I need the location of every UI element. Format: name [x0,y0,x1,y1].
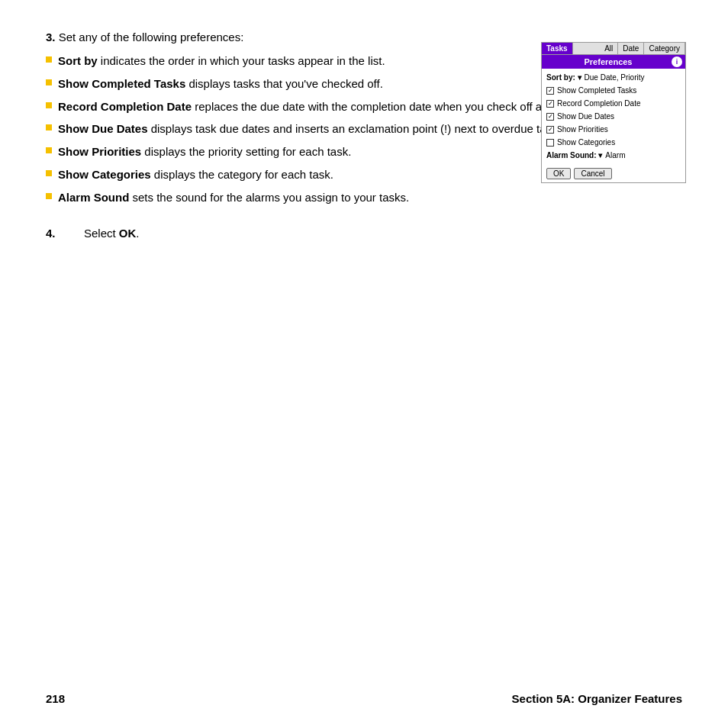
tab-spacer [573,43,601,54]
device-tab-category[interactable]: Category [644,43,685,54]
page-footer: 218 Section 5A: Organizer Features [46,692,682,705]
sort-by-label: Sort by: ▾ [546,72,581,84]
term-show-completed: Show Completed Tasks [58,77,185,90]
show-priorities-row[interactable]: Show Priorities [546,124,681,136]
device-tab-all[interactable]: All [600,43,618,54]
bullet-icon [46,124,52,130]
show-completed-label: Show Completed Tasks [557,85,636,97]
show-due-dates-checkbox[interactable] [546,113,554,121]
term-record-completion: Record Completion Date [58,100,192,113]
step-4-number: 4. [46,227,69,240]
device-buttons: OK Cancel [542,166,685,182]
sort-by-value: Due Date, Priority [585,72,645,84]
show-completed-checkbox[interactable] [546,87,554,95]
record-completion-label: Record Completion Date [557,98,641,110]
term-show-priorities: Show Priorities [58,145,141,158]
show-categories-checkbox[interactable] [546,139,554,147]
show-due-dates-label: Show Due Dates [557,111,614,123]
step-3-number: 3. [46,31,56,43]
bullet-icon [46,170,52,176]
list-item: Alarm Sound sets the sound for the alarm… [46,189,682,206]
sort-by-row: Sort by: ▾ Due Date, Priority [546,72,681,84]
show-categories-row[interactable]: Show Categories [546,137,681,149]
device-tab-tasks[interactable]: Tasks [542,43,573,54]
step-4-ok: OK [119,227,137,240]
list-item-text: Alarm Sound sets the sound for the alarm… [58,189,409,206]
device-tab-date[interactable]: Date [618,43,644,54]
term-show-due-dates: Show Due Dates [58,122,148,135]
alarm-sound-row: Alarm Sound: ▾ Alarm [546,150,681,162]
record-completion-checkbox[interactable] [546,100,554,108]
device-header-title: Preferences [545,57,672,66]
list-item-text: Show Categories displays the category fo… [58,166,333,183]
alarm-sound-label: Alarm Sound: ▾ [546,150,602,162]
bullet-icon [46,102,52,108]
show-priorities-label: Show Priorities [557,124,608,136]
term-alarm-sound: Alarm Sound [58,191,129,204]
show-categories-label: Show Categories [557,137,615,149]
list-item-text: Show Due Dates displays task due dates a… [58,121,566,137]
step-3-intro-text: Set any of the following preferences: [59,31,244,43]
footer-section-label: Section 5A: Organizer Features [512,692,682,705]
step-4: 4. Select OK. [46,227,682,240]
ok-button[interactable]: OK [546,168,571,179]
list-item-text: Record Completion Date replaces the due … [58,98,569,115]
alarm-sound-value: Alarm [605,150,625,162]
cancel-button[interactable]: Cancel [574,168,611,179]
show-priorities-checkbox[interactable] [546,126,554,134]
bullet-icon [46,79,52,85]
term-sortby: Sort by [58,54,98,67]
list-item-text: Sort by indicates the order in which you… [58,53,385,69]
device-body: Sort by: ▾ Due Date, Priority Show Compl… [542,69,685,166]
bullet-icon [46,56,52,63]
list-item-text: Show Completed Tasks displays tasks that… [58,76,383,92]
term-show-categories: Show Categories [58,168,151,181]
step-4-text: Select OK. [84,227,140,240]
device-header: Preferences i [542,55,685,69]
list-item-text: Show Priorities displays the priority se… [58,143,351,160]
show-completed-row[interactable]: Show Completed Tasks [546,85,681,97]
footer-page-number: 218 [46,692,65,705]
bullet-icon [46,193,52,199]
show-due-dates-row[interactable]: Show Due Dates [546,111,681,123]
device-panel: Tasks All Date Category Preferences i So… [541,42,686,183]
bullet-icon [46,147,52,153]
record-completion-row[interactable]: Record Completion Date [546,98,681,110]
device-tabs: Tasks All Date Category [542,43,685,55]
info-icon: i [672,56,682,67]
